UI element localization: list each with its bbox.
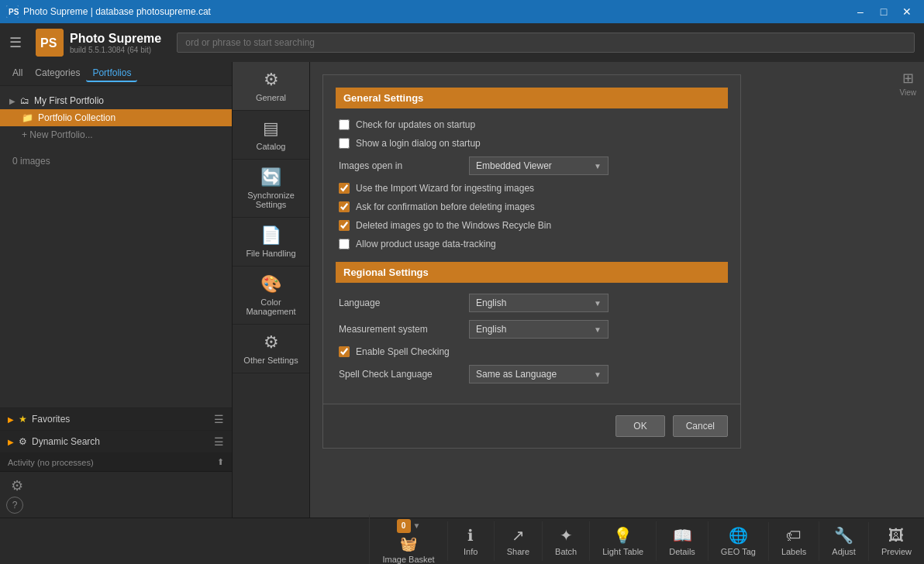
title-bar-left: PS Photo Supreme | database photosupreme… [6,5,211,18]
measurement-dropdown[interactable]: English ▼ [469,320,609,339]
row-spell-language: Spell Check Language Same as Language ▼ [336,365,728,383]
settings-dialog: General Settings Check for updates on st… [322,74,741,449]
tree-item-collection[interactable]: 📁 Portfolio Collection [0,109,232,126]
left-panel: All Categories Portfolios ▶ 🗂 My First P… [0,62,233,518]
batch-label: Batch [555,547,577,556]
search-bar [177,33,915,53]
app-window: PS Photo Supreme | database photosupreme… [0,0,924,564]
login-dialog-checkbox[interactable] [339,138,350,149]
app-header: ☰ PS Photo Supreme build 5.5.1.3084 (64 … [0,23,924,62]
title-bar-controls: – □ ✕ [850,3,918,20]
images-count: 0 images [0,143,232,179]
view-icon: ⊞ [902,70,914,87]
collection-label: Portfolio Collection [38,112,116,123]
minimize-button[interactable]: – [850,3,871,20]
color-icon: 🎨 [260,274,281,294]
view-label: View [900,88,917,97]
toolbar-geo-tag[interactable]: 🌐 GEO Tag [708,521,768,561]
check-updates-checkbox[interactable] [339,119,350,130]
spell-language-label: Spell Check Language [339,369,463,380]
maximize-button[interactable]: □ [873,3,895,20]
settings-nav-catalog[interactable]: ▤ Catalog [233,111,309,160]
general-settings-header: General Settings [336,88,728,108]
toolbar-light-table[interactable]: 💡 Light Table [589,521,656,561]
hamburger-icon[interactable]: ☰ [9,34,22,51]
settings-nav-general[interactable]: ⚙ General [233,62,309,111]
new-portfolio-label: + New Portfolio... [22,129,93,140]
dropdown-arrow-icon: ▼ [594,162,602,170]
spell-check-checkbox[interactable] [339,346,350,357]
spell-language-dropdown[interactable]: Same as Language ▼ [469,365,609,383]
cancel-button[interactable]: Cancel [673,415,728,437]
settings-nav-color[interactable]: 🎨 Color Management [233,267,309,325]
activity-label: Activity (no processes) [8,458,94,467]
info-icon: ℹ [467,526,474,545]
settings-nav-file-handling[interactable]: 📄 File Handling [233,218,309,267]
help-button[interactable]: ? [6,497,23,514]
basket-count: 0 [397,519,411,533]
confirm-delete-checkbox[interactable] [339,201,350,212]
login-dialog-label: Show a login dialog on startup [356,138,481,149]
general-icon: ⚙ [264,70,279,90]
sidebar-footer: ⚙ ? [0,471,232,518]
settings-nav-other[interactable]: ⚙ Other Settings [233,325,309,373]
geo-tag-label: GEO Tag [721,547,756,556]
spell-language-dropdown-arrow-icon: ▼ [594,370,602,379]
settings-nav-synchronize[interactable]: 🔄 Synchronize Settings [233,160,309,218]
file-handling-icon: 📄 [260,225,281,246]
language-label: Language [339,297,463,308]
file-handling-label: File Handling [246,249,295,258]
language-dropdown-arrow-icon: ▼ [594,299,602,308]
collection-icon: 📁 [22,112,33,123]
activity-bar: Activity (no processes) ⬆ [0,453,232,471]
dynamic-search-arrow: ▶ [8,438,14,446]
ok-button[interactable]: OK [615,415,664,437]
import-wizard-checkbox[interactable] [339,183,350,194]
tab-portfolios[interactable]: Portfolios [86,65,137,82]
favorites-item[interactable]: ▶ ★ Favorites ☰ [0,408,232,431]
dynamic-search-menu-icon: ☰ [214,435,224,448]
info-label: Info [464,547,478,556]
toolbar-details[interactable]: 📖 Details [656,521,708,561]
toolbar-labels[interactable]: 🏷 Labels [768,522,819,561]
images-open-dropdown[interactable]: Embedded Viewer ▼ [469,156,609,175]
new-portfolio-button[interactable]: + New Portfolio... [0,126,232,143]
dialog-content: General Settings Check for updates on st… [323,75,740,404]
folder-icon: 🗂 [20,95,29,106]
spell-check-label: Enable Spell Checking [356,346,450,357]
basket-dropdown-icon: ▼ [413,521,421,530]
language-dropdown[interactable]: English ▼ [469,294,609,312]
catalog-label: Catalog [257,142,286,151]
language-value: English [476,297,506,308]
toolbar-info[interactable]: ℹ Info [447,521,494,561]
catalog-icon: ▤ [263,119,279,139]
share-icon: ↗ [512,526,525,545]
close-button[interactable]: ✕ [896,3,918,20]
toolbar-image-basket[interactable]: 0 ▼ 🧺 Image Basket [369,514,446,565]
tab-categories[interactable]: Categories [29,65,86,82]
data-tracking-checkbox[interactable] [339,239,350,249]
recycle-bin-checkbox[interactable] [339,220,350,231]
toolbar-adjust[interactable]: 🔧 Adjust [819,521,868,561]
title-bar-text: Photo Supreme | database photosupreme.ca… [23,6,211,17]
dynamic-search-item[interactable]: ▶ ⚙ Dynamic Search ☰ [0,431,232,453]
labels-label: Labels [781,547,806,556]
title-bar: PS Photo Supreme | database photosupreme… [0,0,924,23]
sidebar-tree: ▶ 🗂 My First Portfolio 📁 Portfolio Colle… [0,86,232,408]
tree-item-portfolio[interactable]: ▶ 🗂 My First Portfolio [0,92,232,109]
toolbar-share[interactable]: ↗ Share [494,521,542,561]
synchronize-icon: 🔄 [260,167,281,187]
confirm-delete-label: Ask for confirmation before deleting ima… [356,201,535,212]
basket-icon: 🧺 [400,535,417,552]
toolbar-preview[interactable]: 🖼 Preview [868,522,924,561]
settings-gear-button[interactable]: ⚙ [6,475,28,497]
recycle-bin-label: Deleted images go to the Windows Recycle… [356,220,551,231]
regional-settings-header: Regional Settings [336,262,728,283]
search-input[interactable] [177,33,915,53]
view-button[interactable]: ⊞ View [900,70,917,97]
share-label: Share [507,547,529,556]
row-images-open: Images open in Embedded Viewer ▼ [336,156,728,175]
tab-all[interactable]: All [6,65,29,82]
toolbar-batch[interactable]: ✦ Batch [542,521,589,561]
dynamic-search-label: Dynamic Search [32,436,100,447]
